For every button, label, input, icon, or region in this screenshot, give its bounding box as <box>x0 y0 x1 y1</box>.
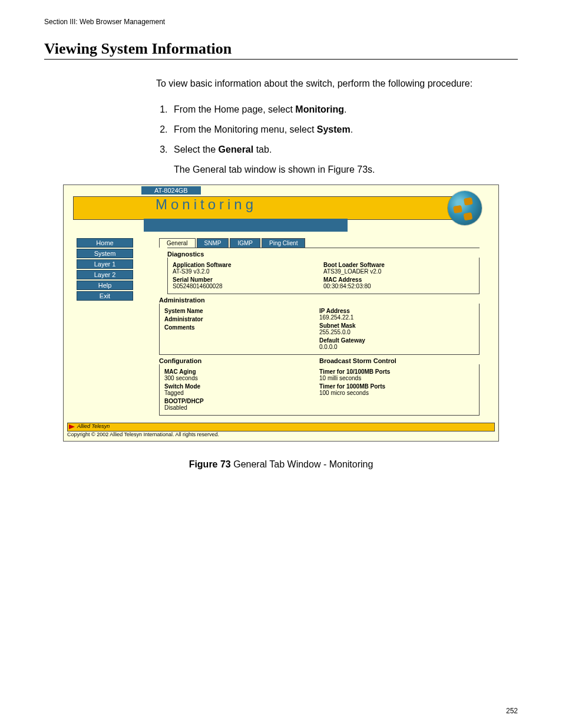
tab-general[interactable]: General <box>159 238 196 248</box>
boot-loader-value: ATS39_LOADER v2.0 <box>323 268 471 275</box>
administrator-label: Administrator <box>164 316 316 322</box>
bootp-dhcp-label: BOOTP/DHCP <box>164 398 316 404</box>
step-3-note: The General tab window is shown in Figur… <box>174 164 518 175</box>
figure-73-screenshot: AT-8024GB Monitoring Home System Layer 1… <box>63 185 499 442</box>
procedure-steps: From the Home page, select Monitoring. F… <box>156 104 518 175</box>
serial-number-value: S05248014600028 <box>173 283 320 289</box>
app-software-value: AT-S39 v3.2.0 <box>173 268 320 275</box>
boot-loader-label: Boot Loader Software <box>323 262 471 268</box>
copyright-text: Copyright © 2002 Allied Telesyn Internat… <box>67 431 495 437</box>
subnet-mask-value: 255.255.0.0 <box>319 329 471 335</box>
switch-mode-value: Tagged <box>164 390 316 396</box>
mac-address-label: MAC Address <box>323 276 471 283</box>
step-3: Select the General tab. The General tab … <box>170 144 518 175</box>
broadcast-storm-title: Broadcast Storm Control <box>319 357 480 364</box>
section-header: Section III: Web Browser Management <box>44 18 518 26</box>
administration-title: Administration <box>159 294 480 304</box>
timer-1000-value: 100 micro seconds <box>319 390 471 396</box>
ip-address-value: 169.254.22.1 <box>319 314 471 321</box>
tab-ping-client[interactable]: Ping Client <box>262 238 305 248</box>
globe-icon <box>448 191 482 225</box>
nav-exit[interactable]: Exit <box>77 291 133 301</box>
figure-caption: Figure 73 General Tab Window - Monitorin… <box>44 459 518 470</box>
tab-igmp[interactable]: IGMP <box>230 238 260 248</box>
mac-address-value: 00:30:84:52:03:80 <box>323 283 471 289</box>
serial-number-label: Serial Number <box>173 276 320 283</box>
configuration-title: Configuration <box>159 357 319 364</box>
timer-1000-label: Timer for 1000MB Ports <box>319 383 471 390</box>
default-gateway-value: 0.0.0.0 <box>319 344 471 350</box>
page-title: Viewing System Information <box>44 40 518 60</box>
comments-label: Comments <box>164 324 316 331</box>
step-2: From the Monitoring menu, select System. <box>170 124 518 135</box>
sidebar-nav: Home System Layer 1 Layer 2 Help Exit <box>65 235 141 416</box>
page-number: 252 <box>506 707 518 715</box>
switch-mode-label: Switch Mode <box>164 383 316 390</box>
default-gateway-label: Default Gateway <box>319 337 471 344</box>
mac-aging-label: MAC Aging <box>164 368 316 375</box>
device-model-label: AT-8024GB <box>141 186 201 195</box>
tab-snmp[interactable]: SNMP <box>197 238 229 248</box>
step-1: From the Home page, select Monitoring. <box>170 104 518 115</box>
nav-help[interactable]: Help <box>77 281 133 290</box>
nav-layer1[interactable]: Layer 1 <box>77 259 133 269</box>
app-software-label: Application Software <box>173 262 320 268</box>
bootp-dhcp-value: Disabled <box>164 404 316 411</box>
banner-title: Monitoring <box>156 196 257 213</box>
timer-10-100-label: Timer for 10/100MB Ports <box>319 368 471 375</box>
timer-10-100-value: 10 milli seconds <box>319 375 471 381</box>
nav-system[interactable]: System <box>77 249 133 258</box>
nav-layer2[interactable]: Layer 2 <box>77 270 133 279</box>
brand-logo: Allied Telesyn <box>69 423 113 429</box>
mac-aging-value: 300 seconds <box>164 375 316 381</box>
subnet-mask-label: Subnet Mask <box>319 322 471 329</box>
ip-address-label: IP Address <box>319 308 471 314</box>
system-name-label: System Name <box>164 308 316 314</box>
intro-paragraph: To view basic information about the swit… <box>156 77 518 90</box>
diagnostics-title: Diagnostics <box>167 248 480 258</box>
nav-home[interactable]: Home <box>77 238 133 248</box>
